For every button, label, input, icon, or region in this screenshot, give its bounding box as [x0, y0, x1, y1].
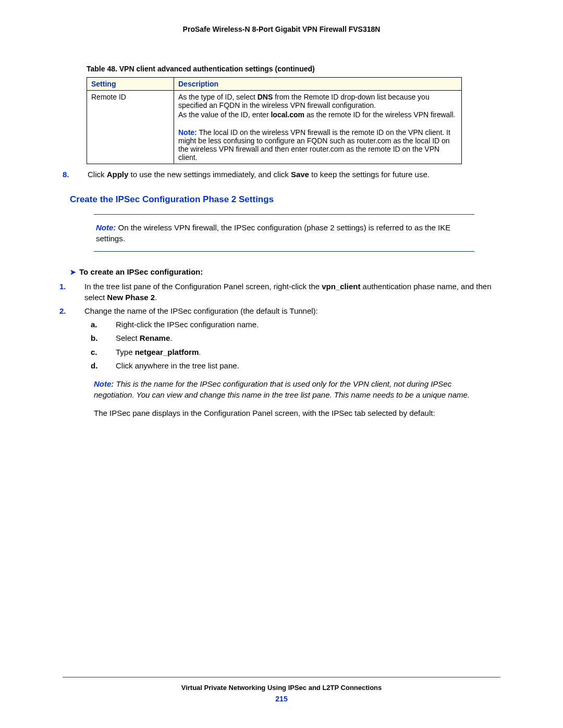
note-text: On the wireless VPN firewall, the IPSec … [96, 223, 450, 243]
procedure-steps: 1.In the tree list pane of the Configura… [72, 281, 500, 418]
substep-a: a.Right-click the IPSec configuration na… [103, 319, 500, 330]
footer-title: Virtual Private Networking Using IPSec a… [63, 684, 500, 692]
note-label: Note: [96, 223, 116, 232]
substep-b: b.Select Rename. [103, 333, 500, 343]
step-1: 1.In the tree list pane of the Configura… [72, 281, 500, 303]
desc-para-2: As the value of the ID, enter local.com … [178, 110, 457, 119]
table-caption: Table 48. VPN client advanced authentica… [87, 65, 500, 73]
desc-note: Note: The local ID on the wireless VPN f… [178, 128, 457, 162]
procedure-heading: ➤To create an IPSec configuration: [70, 267, 500, 276]
footer-page-number: 215 [63, 695, 500, 703]
substep-d: d.Click anywhere in the tree list pane. [103, 361, 500, 371]
th-setting: Setting [87, 78, 174, 91]
settings-table: Setting Description Remote ID As the typ… [87, 77, 462, 164]
sub-steps: a.Right-click the IPSec configuration na… [103, 319, 500, 371]
closing-paragraph: The IPSec pane displays in the Configura… [94, 408, 500, 418]
step-2: 2.Change the name of the IPSec configura… [72, 306, 500, 316]
footer-rule [63, 677, 500, 677]
section-heading: Create the IPSec Configuration Phase 2 S… [70, 194, 500, 205]
inline-note: Note: This is the name for the IPSec con… [94, 378, 500, 400]
cell-setting: Remote ID [87, 91, 174, 164]
note-label: Note: [178, 128, 197, 137]
table-row: Remote ID As the type of ID, select DNS … [87, 91, 462, 164]
document-page: ProSafe Wireless-N 8-Port Gigabit VPN Fi… [0, 0, 563, 728]
th-description: Description [174, 78, 462, 91]
cell-description: As the type of ID, select DNS from the R… [174, 91, 462, 164]
step-number: 8. [75, 169, 88, 180]
substep-c: c.Type netgear_platform. [103, 347, 500, 357]
arrow-icon: ➤ [70, 268, 76, 276]
page-header-title: ProSafe Wireless-N 8-Port Gigabit VPN Fi… [63, 25, 500, 33]
outer-step-8: 8.Click Apply to use the new settings im… [75, 169, 500, 180]
page-footer: Virtual Private Networking Using IPSec a… [63, 677, 500, 703]
desc-para-1: As the type of ID, select DNS from the R… [178, 93, 457, 109]
note-block: Note: On the wireless VPN firewall, the … [94, 214, 474, 252]
step-8-text: Click Apply to use the new settings imme… [88, 170, 430, 179]
